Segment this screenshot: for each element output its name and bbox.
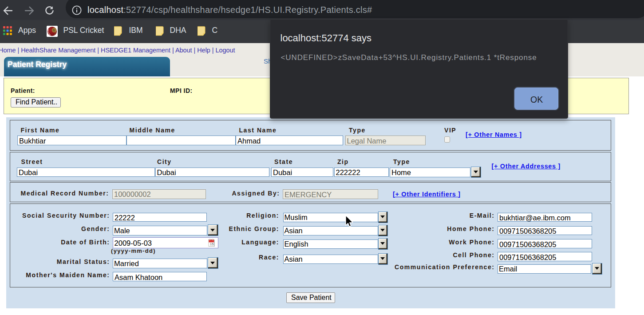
svg-text:15: 15 — [210, 242, 213, 246]
